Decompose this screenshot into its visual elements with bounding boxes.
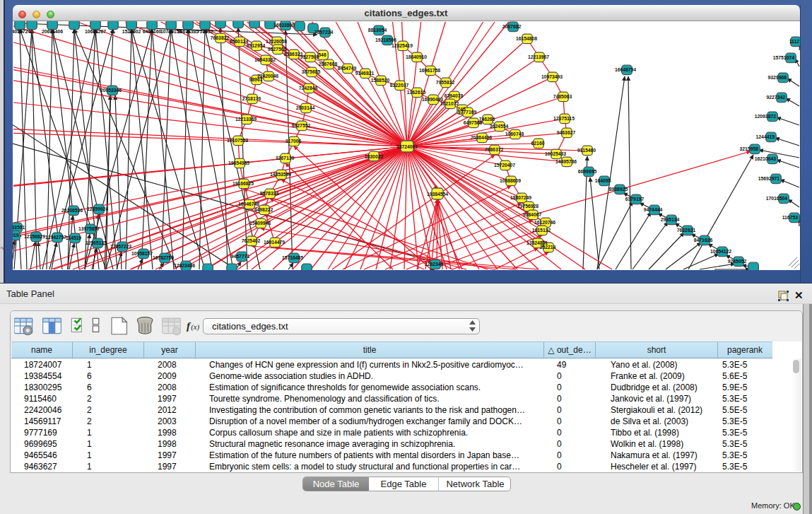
svg-text:16210643: 16210643 — [755, 156, 776, 161]
svg-text:18640910: 18640910 — [406, 54, 427, 59]
svg-text:12505135: 12505135 — [86, 240, 107, 245]
svg-text:16671385: 16671385 — [177, 29, 199, 34]
svg-text:2718176: 2718176 — [242, 96, 261, 101]
svg-text:7955812: 7955812 — [436, 80, 455, 85]
svg-text:12213369: 12213369 — [235, 117, 257, 122]
svg-text:546: 546 — [318, 52, 326, 57]
svg-text:16120746: 16120746 — [534, 220, 555, 225]
svg-text:19756928: 19756928 — [517, 204, 539, 209]
svg-text:8813054: 8813054 — [368, 28, 387, 33]
svg-text:12325419: 12325419 — [392, 43, 413, 48]
svg-text:7357224: 7357224 — [314, 30, 334, 35]
svg-text:12359924: 12359924 — [87, 206, 108, 211]
svg-text:3215958: 3215958 — [740, 146, 759, 151]
svg-text:10654122: 10654122 — [710, 249, 731, 254]
svg-text:16782759: 16782759 — [153, 255, 174, 260]
svg-text:14495786: 14495786 — [555, 159, 577, 164]
svg-text:2935134: 2935134 — [661, 217, 680, 222]
svg-text:164095: 164095 — [595, 178, 611, 183]
svg-text:1112: 1112 — [789, 39, 800, 44]
svg-text:2803144: 2803144 — [296, 105, 315, 110]
svg-text:1060748: 1060748 — [505, 132, 524, 136]
svg-text:10543382: 10543382 — [254, 57, 276, 62]
svg-text:7485063: 7485063 — [553, 94, 572, 99]
svg-text:9227342: 9227342 — [767, 95, 786, 100]
svg-text:1830022: 1830022 — [365, 154, 384, 159]
svg-text:8454749: 8454749 — [338, 66, 357, 71]
svg-text:3267130: 3267130 — [276, 156, 295, 160]
svg-text:10653267: 10653267 — [85, 29, 106, 34]
svg-text:3624554: 3624554 — [490, 124, 509, 129]
svg-text:20364436: 20364436 — [471, 135, 492, 140]
svg-text:19218506: 19218506 — [375, 37, 396, 42]
svg-text:6379197: 6379197 — [625, 197, 645, 201]
svg-text:19384554: 19384554 — [427, 192, 448, 197]
svg-text:12093872: 12093872 — [755, 114, 776, 119]
svg-text:20691406: 20691406 — [42, 29, 63, 34]
svg-text:8660124: 8660124 — [230, 39, 249, 44]
svg-text:9827508: 9827508 — [268, 47, 287, 52]
svg-text:16914479: 16914479 — [264, 240, 285, 245]
svg-text:16648754: 16648754 — [615, 67, 636, 72]
svg-text:10107553: 10107553 — [227, 138, 248, 143]
svg-text:9474444: 9474444 — [644, 207, 663, 212]
svg-text:8912954: 8912954 — [247, 43, 266, 48]
svg-text:8322037: 8322037 — [390, 83, 409, 88]
svg-text:10688609: 10688609 — [500, 178, 521, 183]
svg-text:252214: 252214 — [540, 245, 556, 250]
svg-text:9245052: 9245052 — [728, 259, 747, 264]
svg-text:9777169: 9777169 — [458, 110, 477, 115]
svg-text:3875685: 3875685 — [302, 69, 321, 74]
svg-text:20053346: 20053346 — [100, 88, 122, 93]
svg-text:15720407: 15720407 — [494, 163, 515, 168]
svg-text:6466160: 6466160 — [143, 29, 162, 34]
svg-text:10958157: 10958157 — [131, 251, 153, 256]
svg-text:14353594: 14353594 — [270, 172, 291, 177]
svg-text:16033809: 16033809 — [273, 23, 295, 28]
svg-text:19166825: 19166825 — [233, 181, 254, 186]
svg-text:15409948: 15409948 — [249, 221, 271, 226]
svg-text:62160: 62160 — [531, 141, 545, 146]
svg-text:7986372: 7986372 — [485, 147, 504, 152]
svg-text:13226058: 13226058 — [266, 39, 287, 44]
svg-text:(x): (x) — [191, 322, 199, 332]
svg-text:2087682: 2087682 — [502, 24, 522, 29]
svg-text:12213967: 12213967 — [528, 54, 549, 59]
svg-text:8878334: 8878334 — [260, 191, 279, 196]
svg-text:1244415: 1244415 — [756, 134, 775, 139]
svg-text:12942757: 12942757 — [45, 235, 66, 240]
svg-text:317006: 317006 — [286, 139, 302, 144]
svg-text:12156829: 12156829 — [24, 234, 45, 239]
svg-text:12923486: 12923486 — [174, 263, 195, 268]
svg-text:16046748: 16046748 — [238, 201, 259, 206]
svg-text:1362615: 1362615 — [407, 90, 426, 95]
svg-text:9384067: 9384067 — [523, 212, 542, 217]
svg-text:9457771: 9457771 — [231, 254, 250, 259]
svg-text:17957223: 17957223 — [110, 244, 131, 249]
svg-text:116753: 116753 — [782, 215, 799, 220]
svg-text:7625402: 7625402 — [242, 238, 261, 243]
svg-text:10973493: 10973493 — [541, 74, 563, 79]
svg-text:9115460: 9115460 — [577, 148, 596, 153]
svg-text:9463627: 9463627 — [557, 130, 576, 135]
svg-text:7242848: 7242848 — [299, 86, 318, 90]
svg-text:1615132: 1615132 — [532, 228, 551, 233]
svg-text:6497568: 6497568 — [464, 120, 483, 125]
svg-text:3919: 3919 — [13, 233, 19, 238]
svg-text:15716485: 15716485 — [282, 255, 303, 260]
svg-text:7632621: 7632621 — [677, 228, 696, 233]
svg-text:98961: 98961 — [249, 77, 263, 82]
svg-text:18807249: 18807249 — [510, 195, 531, 200]
svg-text:751552: 751552 — [197, 29, 213, 34]
svg-text:1292348: 1292348 — [425, 262, 444, 267]
svg-text:16154808: 16154808 — [516, 36, 537, 41]
svg-text:1527602: 1527602 — [122, 29, 141, 34]
svg-text:15692971: 15692971 — [758, 176, 779, 181]
svg-text:9146821: 9146821 — [355, 71, 375, 76]
svg-text:1443501: 1443501 — [13, 225, 25, 230]
svg-text:1621072: 1621072 — [440, 101, 459, 106]
svg-text:10025433: 10025433 — [545, 151, 566, 156]
svg-text:9327508: 9327508 — [300, 54, 319, 59]
svg-text:7663822: 7663822 — [211, 35, 230, 40]
svg-text:2867608: 2867608 — [319, 62, 338, 66]
